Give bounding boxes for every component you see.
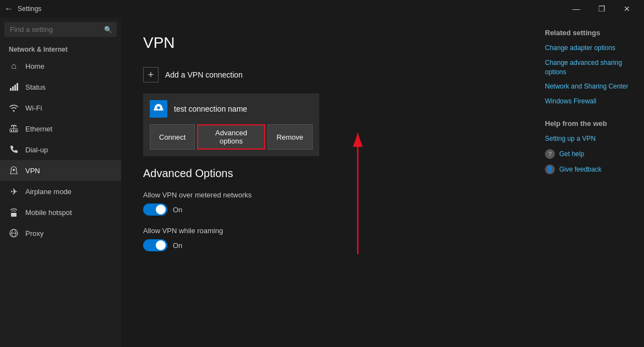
toggle-metered[interactable] [143, 203, 167, 216]
sidebar-item-wifi[interactable]: Wi-Fi [0, 97, 121, 118]
titlebar-left: ← Settings [4, 4, 41, 14]
vpn-card-buttons: Connect Advanced options Remove [150, 124, 313, 150]
help-title: Help from the web [545, 119, 633, 128]
sidebar-item-dialup[interactable]: Dial-up [0, 139, 121, 160]
svg-rect-3 [17, 83, 18, 91]
app-body: 🔍 Network & Internet ⌂ Home Status [0, 18, 644, 347]
wifi-icon [9, 103, 19, 113]
add-vpn-plus-icon: + [143, 67, 159, 82]
sidebar-item-label: VPN [25, 167, 40, 175]
svg-rect-7 [15, 130, 17, 131]
minimize-button[interactable]: — [564, 0, 589, 18]
svg-rect-1 [12, 86, 14, 91]
get-help-item[interactable]: ? Get help [545, 149, 633, 159]
give-feedback-icon: 👤 [545, 164, 555, 174]
app-title: Settings [18, 5, 41, 13]
right-panel: Related settings Change adapter options … [534, 18, 644, 347]
sidebar-item-vpn[interactable]: VPN [0, 160, 121, 181]
setting-up-vpn-link[interactable]: Setting up a VPN [545, 134, 633, 144]
give-feedback-item[interactable]: 👤 Give feedback [545, 164, 633, 174]
main-content-wrapper: VPN + Add a VPN connection test connecti… [121, 18, 644, 347]
toggle-metered-row: Allow VPN over metered networks On [143, 191, 512, 216]
airplane-icon: ✈ [9, 186, 19, 196]
remove-button[interactable]: Remove [268, 124, 313, 150]
dialup-icon [9, 145, 19, 155]
svg-rect-5 [11, 130, 12, 131]
titlebar-controls: — ❐ ✕ [564, 0, 640, 18]
sidebar-item-label: Status [25, 83, 46, 91]
sidebar-item-ethernet[interactable]: Ethernet [0, 118, 121, 139]
svg-rect-6 [13, 130, 14, 131]
change-sharing-link[interactable]: Change advanced sharing options [545, 58, 633, 77]
add-vpn-label: Add a VPN connection [165, 70, 243, 79]
svg-rect-2 [14, 85, 16, 91]
search-icon: 🔍 [104, 26, 112, 34]
toggle-roaming[interactable] [143, 239, 167, 251]
svg-rect-13 [11, 213, 17, 217]
hotspot-icon [9, 207, 19, 217]
maximize-button[interactable]: ❐ [589, 0, 614, 18]
toggle-metered-label: Allow VPN over metered networks [143, 191, 512, 199]
advanced-options-title: Advanced Options [143, 167, 512, 180]
toggle-metered-wrapper: On [143, 203, 512, 216]
ethernet-icon [9, 124, 19, 134]
sidebar-item-label: Airplane mode [25, 188, 72, 196]
vpn-icon [9, 166, 19, 175]
change-adapter-link[interactable]: Change adapter options [545, 43, 633, 53]
give-feedback-label: Give feedback [559, 166, 602, 173]
back-icon[interactable]: ← [4, 4, 13, 14]
sidebar-item-label: Mobile hotspot [25, 208, 72, 217]
vpn-connection-icon [150, 100, 167, 118]
sharing-center-link[interactable]: Network and Sharing Center [545, 82, 633, 91]
toggle-roaming-state: On [173, 241, 182, 250]
sidebar-item-home[interactable]: ⌂ Home [0, 56, 121, 76]
sidebar-item-label: Ethernet [25, 125, 52, 133]
get-help-label: Get help [559, 150, 584, 158]
titlebar: ← Settings — ❐ ✕ [0, 0, 644, 18]
sidebar-item-status[interactable]: Status [0, 76, 121, 97]
firewall-link[interactable]: Windows Firewall [545, 97, 633, 106]
status-icon [9, 82, 19, 92]
proxy-icon [9, 228, 19, 238]
home-icon: ⌂ [9, 61, 19, 71]
sidebar-item-label: Proxy [25, 229, 43, 238]
main-panel: VPN + Add a VPN connection test connecti… [121, 18, 534, 347]
add-vpn-button[interactable]: + Add a VPN connection [143, 65, 243, 85]
page-title: VPN [143, 34, 512, 52]
advanced-options-button[interactable]: Advanced options [197, 124, 265, 150]
svg-point-12 [13, 169, 15, 171]
vpn-connection-name: test connection name [174, 104, 247, 113]
sidebar-item-label: Dial-up [25, 146, 48, 154]
sidebar-item-airplane[interactable]: ✈ Airplane mode [0, 181, 121, 202]
sidebar-item-label: Home [25, 62, 45, 70]
related-settings-title: Related settings [545, 29, 633, 37]
sidebar: 🔍 Network & Internet ⌂ Home Status [0, 18, 121, 347]
sidebar-item-proxy[interactable]: Proxy [0, 223, 121, 244]
sidebar-item-hotspot[interactable]: Mobile hotspot [0, 202, 121, 223]
sidebar-section-label: Network & Internet [0, 41, 121, 56]
vpn-card: test connection name Connect Advanced op… [143, 93, 319, 156]
connect-button[interactable]: Connect [150, 124, 195, 150]
search-input[interactable] [4, 22, 117, 37]
svg-point-17 [157, 107, 160, 109]
toggle-roaming-row: Allow VPN while roaming On [143, 227, 512, 251]
svg-rect-0 [10, 88, 12, 91]
toggle-roaming-wrapper: On [143, 239, 512, 251]
toggle-metered-state: On [173, 206, 182, 214]
vpn-card-header: test connection name [150, 100, 313, 118]
close-button[interactable]: ✕ [614, 0, 640, 18]
get-help-icon: ? [545, 149, 555, 159]
toggle-roaming-label: Allow VPN while roaming [143, 227, 512, 235]
sidebar-item-label: Wi-Fi [25, 104, 42, 112]
search-box[interactable]: 🔍 [4, 22, 117, 37]
